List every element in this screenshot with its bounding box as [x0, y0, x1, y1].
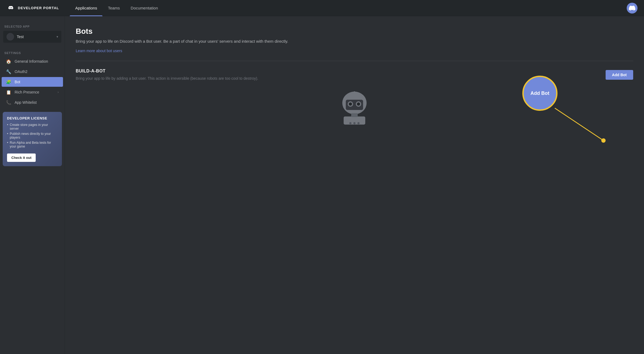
discord-logo-icon	[6, 4, 15, 12]
sidebar-item-general-information[interactable]: 🏠 General Information	[2, 56, 63, 66]
topnav-tabs: Applications Teams Documentation	[70, 0, 163, 16]
svg-rect-8	[354, 93, 355, 97]
svg-rect-13	[351, 113, 358, 117]
app-selector[interactable]: Test ▾	[3, 31, 61, 43]
list-icon: 📋	[6, 89, 11, 95]
phone-icon: 📞	[6, 100, 11, 105]
sidebar: SELECTED APP Test ▾ SETTINGS 🏠 General I…	[0, 16, 65, 354]
svg-point-12	[357, 122, 360, 124]
divider	[76, 61, 633, 61]
sidebar-item-oauth2[interactable]: 🔧 OAuth2	[2, 67, 63, 76]
build-a-bot-text: BUILD-A-BOT Bring your app to life by ad…	[76, 69, 600, 81]
chevron-right-icon: ›	[58, 90, 59, 94]
sidebar-item-rich-presence[interactable]: 📋 Rich Presence ›	[2, 87, 63, 97]
robot-icon	[333, 89, 376, 127]
sidebar-item-bot[interactable]: 🧩 Bot	[2, 77, 63, 87]
learn-more-link[interactable]: Learn more about bot users	[76, 49, 122, 53]
main-content: Bots Bring your app to life on Discord w…	[65, 16, 644, 354]
home-icon: 🏠	[6, 59, 11, 64]
sidebar-item-app-whitelist[interactable]: 📞 App Whitelist	[2, 98, 63, 107]
robot-illustration	[76, 89, 633, 127]
brand-name: DEVELOPER PORTAL	[18, 6, 59, 10]
chevron-down-icon: ▾	[57, 35, 58, 39]
page-description: Bring your app to life on Discord with a…	[76, 38, 292, 45]
selected-app-label: SELECTED APP	[0, 22, 65, 30]
sidebar-item-label: Rich Presence	[15, 90, 54, 94]
app-selector-name: Test	[17, 35, 54, 39]
tab-teams[interactable]: Teams	[102, 0, 125, 16]
check-it-out-button[interactable]: Check it out	[7, 153, 36, 162]
build-a-bot-title: BUILD-A-BOT	[76, 69, 600, 74]
dev-license-list: Create store pages in your server Publis…	[7, 123, 58, 148]
tab-documentation[interactable]: Documentation	[125, 0, 163, 16]
svg-point-6	[357, 102, 360, 106]
svg-point-11	[353, 122, 356, 124]
settings-label: SETTINGS	[0, 48, 65, 56]
build-a-bot-description: Bring your app to life by adding a bot u…	[76, 76, 600, 81]
dev-license-title: DEVELOPER LICENSE	[7, 116, 58, 120]
app-avatar	[6, 33, 14, 41]
sidebar-item-label: Bot	[15, 80, 59, 84]
tab-applications[interactable]: Applications	[70, 0, 102, 16]
sidebar-item-label: App Whitelist	[15, 100, 59, 105]
add-bot-button[interactable]: Add Bot	[606, 70, 633, 80]
list-item: Publish news directly to your players	[7, 132, 58, 139]
brand: DEVELOPER PORTAL	[6, 4, 59, 12]
list-item: Run Alpha and Beta tests for your game	[7, 141, 58, 148]
build-a-bot-section: BUILD-A-BOT Bring your app to life by ad…	[76, 69, 633, 81]
avatar[interactable]	[627, 3, 638, 14]
svg-point-5	[349, 102, 352, 106]
svg-point-10	[349, 122, 351, 124]
sidebar-item-label: OAuth2	[15, 69, 59, 74]
sidebar-item-label: General Information	[15, 59, 59, 64]
puzzle-icon: 🧩	[6, 79, 11, 85]
list-item: Create store pages in your server	[7, 123, 58, 131]
topnav: DEVELOPER PORTAL Applications Teams Docu…	[0, 0, 644, 16]
layout: SELECTED APP Test ▾ SETTINGS 🏠 General I…	[0, 16, 644, 354]
page-title: Bots	[76, 27, 633, 36]
user-avatar-icon	[629, 5, 635, 11]
developer-license-card: DEVELOPER LICENSE Create store pages in …	[3, 112, 62, 166]
wrench-icon: 🔧	[6, 69, 11, 74]
svg-point-15	[601, 138, 606, 143]
